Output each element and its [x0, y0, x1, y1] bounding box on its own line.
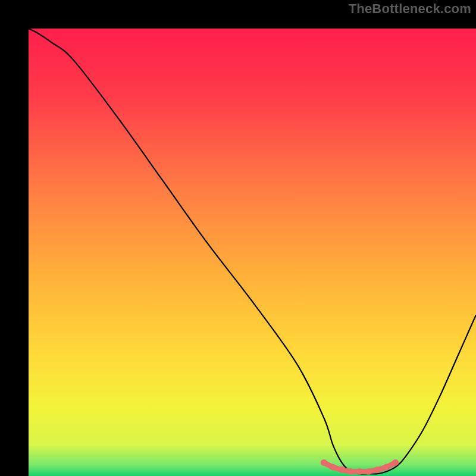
- minimum-highlight-dot: [330, 464, 336, 470]
- chart-background: [29, 29, 476, 476]
- chart-frame: [14, 14, 462, 462]
- minimum-highlight-dot: [347, 468, 354, 475]
- minimum-highlight-dot: [392, 459, 399, 466]
- watermark-text: TheBottleneck.com: [349, 1, 471, 17]
- minimum-highlight-dot: [374, 466, 381, 473]
- bottleneck-chart: [29, 29, 476, 476]
- minimum-highlight-dot: [356, 468, 363, 475]
- minimum-highlight-dot: [339, 466, 345, 473]
- minimum-highlight-dot: [365, 468, 372, 475]
- minimum-highlight-dot: [383, 464, 390, 470]
- minimum-highlight-dot: [321, 459, 327, 466]
